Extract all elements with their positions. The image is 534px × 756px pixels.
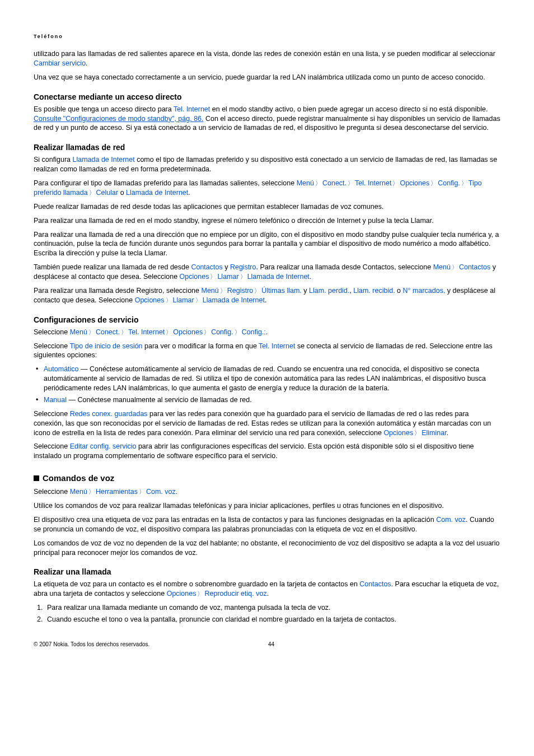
opciones-link[interactable]: Opciones: [135, 296, 165, 304]
chevron-icon: 〉: [233, 328, 242, 337]
herramientas-link[interactable]: Herramientas: [96, 488, 138, 496]
chevron-icon: 〉: [87, 328, 96, 337]
chevron-icon: 〉: [120, 328, 128, 337]
options-list: Automático — Conéctese automáticamente a…: [34, 365, 500, 405]
conectarse-p1: Es posible que tenga un acceso directo p…: [34, 105, 500, 133]
contactos-link[interactable]: Contactos: [191, 263, 222, 271]
menu-link[interactable]: Menú: [201, 287, 218, 295]
list-item: Cuando escuche el tono o vea la pantalla…: [45, 615, 500, 624]
realizar-p3: Puede realizar llamadas de red desde tod…: [34, 202, 500, 212]
cambiar-servicio-link[interactable]: Cambiar servicio: [34, 59, 86, 67]
config-p1: Seleccione Menú〉Conect.〉Tel. Internet〉Op…: [34, 328, 500, 337]
list-item: Automático — Conéctese automáticamente a…: [36, 365, 500, 393]
comandos-p4: Los comandos de voz de voz no dependen d…: [34, 539, 500, 558]
realizar-p4: Para realizar una llamada de red en el m…: [34, 216, 500, 226]
manual-link[interactable]: Manual: [44, 396, 67, 404]
list-item: Manual — Conéctese manualmente al servic…: [36, 395, 500, 405]
llamada-internet-link[interactable]: Llamada de Internet: [247, 273, 310, 281]
text: .: [265, 296, 266, 304]
llamada-internet-link[interactable]: Llamada de Internet: [203, 296, 265, 304]
config-link[interactable]: Config.: [211, 328, 233, 336]
text: — Conéctese manualmente al servicio de l…: [67, 396, 252, 404]
chevron-icon: 〉: [203, 328, 211, 337]
opciones-link[interactable]: Opciones: [180, 273, 209, 281]
page-header: Teléfono: [34, 34, 500, 39]
config-p3: Seleccione Redes conex. guardadas para v…: [34, 409, 500, 438]
steps-list: Para realizar una llamada mediante un co…: [34, 603, 500, 624]
text: o: [118, 189, 126, 197]
text: para ver o modificar la forma en que: [143, 342, 259, 350]
n-marcados-link[interactable]: N° marcados,: [403, 287, 446, 295]
chevron-icon: 〉: [219, 287, 227, 295]
intro-paragraph-1: utilizado para las llamadas de red salie…: [34, 49, 500, 68]
chevron-icon: 〉: [391, 179, 400, 188]
chevron-icon: 〉: [196, 590, 204, 598]
text: Seleccione: [34, 410, 70, 418]
comandos-p2: Utilice los comandos de voz para realiza…: [34, 501, 500, 511]
opciones-link[interactable]: Opciones: [173, 328, 203, 336]
menu-link[interactable]: Menú: [433, 263, 451, 271]
text: Seleccione: [34, 442, 70, 450]
llam-recibid-link[interactable]: Llam. recibid.: [353, 287, 395, 295]
text: Es posible que tenga un acceso directo p…: [34, 105, 174, 113]
ultimas-link[interactable]: Últimas llam.: [261, 287, 302, 295]
opciones-link[interactable]: Opciones: [167, 590, 196, 598]
conect-link[interactable]: Conect.: [322, 179, 346, 187]
com-voz-link[interactable]: Com. voz: [436, 516, 466, 524]
text: Si configura: [34, 156, 72, 164]
heading-comandos-voz: Comandos de voz: [34, 473, 500, 483]
text: .: [447, 429, 448, 437]
tel-internet-link[interactable]: Tel. Internet: [259, 342, 295, 350]
celular-link[interactable]: Celular: [96, 189, 119, 197]
llamada-internet-link[interactable]: Llamada de Internet: [126, 189, 188, 197]
menu-link[interactable]: Menú: [70, 488, 87, 496]
llamar-link[interactable]: Llamar: [173, 296, 194, 304]
comandos-p1: Seleccione Menú〉Herramientas〉Com. voz.: [34, 487, 500, 497]
heading-config-servicio: Configuraciones de servicio: [34, 315, 500, 324]
opciones-link[interactable]: Opciones: [400, 179, 429, 187]
intro-paragraph-2: Una vez que se haya conectado correctame…: [34, 73, 500, 82]
realizar-p7: Para realizar una llamada desde Registro…: [34, 286, 500, 305]
menu-link[interactable]: Menú: [297, 179, 314, 187]
heading-conectarse: Conectarse mediante un acceso directo: [34, 92, 500, 101]
text: Seleccione: [34, 328, 70, 336]
chevron-icon: 〉: [87, 488, 96, 496]
tel-internet-link[interactable]: Tel. Internet: [174, 105, 210, 113]
llam-perdid-link[interactable]: Llam. perdid.: [309, 287, 349, 295]
llamar-link[interactable]: Llamar: [217, 273, 238, 281]
heading-text: Comandos de voz: [43, 473, 114, 483]
automatico-link[interactable]: Automático: [44, 365, 79, 373]
contactos-link[interactable]: Contactos: [459, 263, 490, 271]
consulte-link[interactable]: Consulte "Configuraciones de modo standb…: [34, 115, 204, 123]
text: — Conéctese automáticamente al servicio …: [44, 365, 486, 392]
conect-link[interactable]: Conect.: [96, 328, 120, 336]
contactos-link[interactable]: Contactos: [359, 580, 391, 588]
eliminar-link[interactable]: Eliminar: [421, 429, 446, 437]
text: Para configurar el tipo de llamadas pref…: [34, 179, 297, 187]
realizar-p5: Para realizar una llamada de red a una d…: [34, 230, 500, 259]
menu-link[interactable]: Menú: [70, 328, 87, 336]
opciones-link[interactable]: Opciones: [383, 429, 413, 437]
llamada-internet-link[interactable]: Llamada de Internet: [72, 156, 134, 164]
reproducir-link[interactable]: Reproducir etiq. voz: [204, 590, 266, 598]
list-item: Para realizar una llamada mediante un co…: [45, 603, 500, 613]
realizar-p2: Para configurar el tipo de llamadas pref…: [34, 179, 500, 198]
page-number: 44: [268, 641, 274, 647]
config-link[interactable]: Config.: [438, 179, 460, 187]
registro-link[interactable]: Registro: [227, 287, 254, 295]
tipo-inicio-link[interactable]: Tipo de inicio de sesión: [69, 342, 142, 350]
config-p2: Seleccione Tipo de inicio de sesión para…: [34, 342, 500, 361]
text: Para realizar una llamada desde Registro…: [34, 287, 201, 295]
text: y: [302, 287, 309, 295]
text: o: [395, 287, 403, 295]
text: . Para realizar una llamada desde Contac…: [256, 263, 433, 271]
registro-link[interactable]: Registro: [230, 263, 256, 271]
chevron-icon: 〉: [209, 273, 217, 281]
redes-conex-link[interactable]: Redes conex. guardadas: [70, 410, 148, 418]
text: Seleccione: [34, 488, 70, 496]
editar-config-link[interactable]: Editar config. servicio: [70, 442, 137, 450]
tel-internet-link[interactable]: Tel. Internet: [128, 328, 165, 336]
config-colon-link[interactable]: Config.:: [242, 328, 266, 336]
com-voz-link[interactable]: Com. voz: [146, 488, 176, 496]
tel-internet-link[interactable]: Tel. Internet: [355, 179, 391, 187]
